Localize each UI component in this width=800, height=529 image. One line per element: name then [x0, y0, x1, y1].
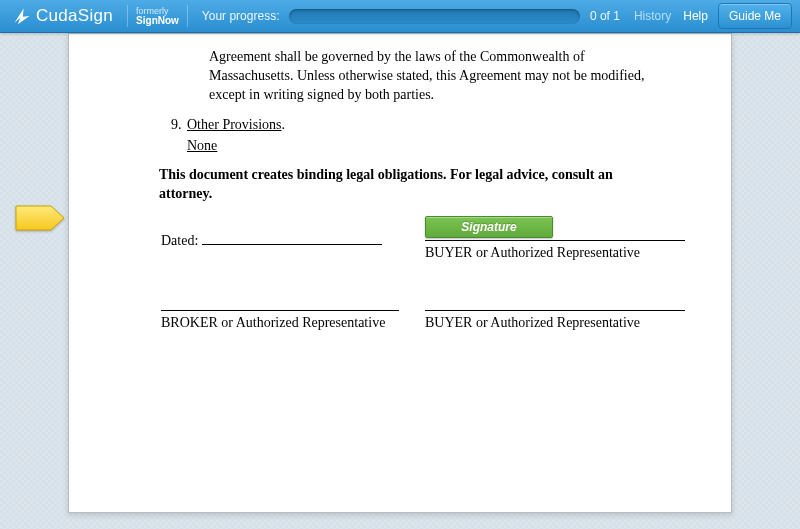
- help-link[interactable]: Help: [683, 9, 708, 23]
- binding-notice: This document creates binding legal obli…: [159, 166, 669, 204]
- broker-signature-line: [161, 310, 399, 311]
- buyer-1-signature-line: [425, 240, 685, 241]
- brand-logo: CudaSign: [8, 6, 119, 26]
- progress-count: 0 of 1: [590, 9, 620, 23]
- guide-me-button[interactable]: Guide Me: [718, 3, 792, 29]
- brand-name: CudaSign: [36, 6, 113, 26]
- dated-label: Dated:: [161, 233, 198, 248]
- progress-label: Your progress:: [202, 9, 280, 23]
- broker-label: BROKER or Authorized Representative: [161, 314, 385, 333]
- formerly-label: formerly SignNow: [136, 6, 179, 26]
- next-field-arrow-icon[interactable]: [15, 205, 65, 231]
- divider: [127, 5, 128, 27]
- document-canvas: Agreement shall be governed by the laws …: [0, 33, 800, 529]
- app-header: CudaSign formerly SignNow Your progress:…: [0, 0, 800, 33]
- paragraph-governing-law: Agreement shall be governed by the laws …: [209, 48, 659, 105]
- signature-field[interactable]: Signature: [425, 216, 553, 238]
- section-title: Other Provisions: [187, 117, 282, 132]
- buyer-2-signature-line: [425, 310, 685, 311]
- section-other-provisions: 9. Other Provisions. None: [187, 116, 285, 156]
- section-body: None: [187, 137, 285, 156]
- dated-line: [202, 244, 382, 245]
- progress-bar: [289, 9, 579, 24]
- document-page: Agreement shall be governed by the laws …: [68, 33, 732, 513]
- buyer-2-label: BUYER or Authorized Representative: [425, 314, 640, 333]
- brand-icon: [12, 6, 32, 26]
- buyer-1-label: BUYER or Authorized Representative: [425, 244, 640, 263]
- divider: [187, 5, 188, 27]
- dated-row: Dated:: [161, 232, 382, 251]
- history-link[interactable]: History: [634, 9, 671, 23]
- section-number: 9.: [171, 116, 182, 135]
